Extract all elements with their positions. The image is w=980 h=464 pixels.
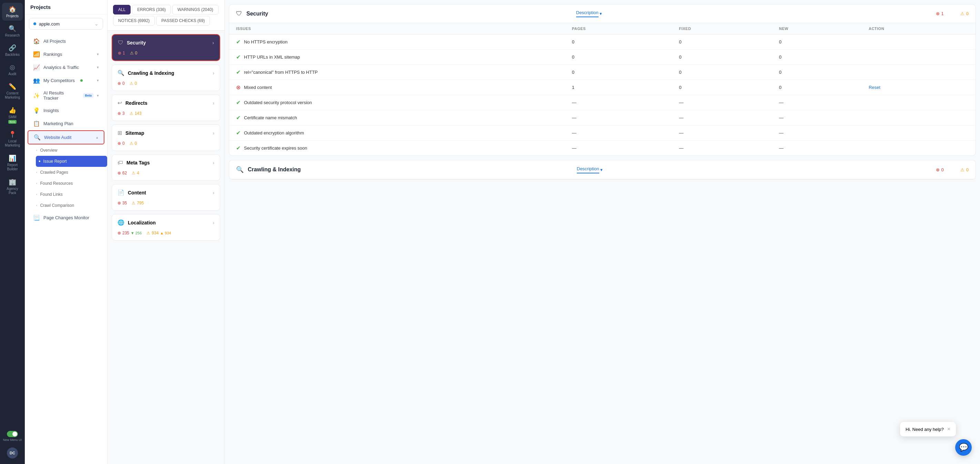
new-cell: 0: [772, 35, 862, 49]
localization-warnings-count: 934: [152, 231, 159, 236]
sidebar-item-ai-results[interactable]: ✨ AI Results Tracker Beta ▾: [27, 87, 104, 104]
nav-item-research[interactable]: 🔍 Research: [2, 22, 23, 40]
sitemap-error-icon: ⊗: [118, 141, 121, 146]
action-cell: [862, 35, 975, 49]
issue-label: Mixed content: [244, 85, 272, 90]
table-header: ISSUES PAGES FIXED NEW ACTION: [229, 23, 975, 35]
sidebar-item-analytics-traffic[interactable]: 📈 Analytics & Traffic ▾: [27, 61, 104, 74]
issue-label: Certificate name mismatch: [244, 115, 297, 120]
chat-close-btn[interactable]: ×: [947, 426, 950, 432]
sidebar-item-all-projects[interactable]: 🏠 All Projects: [27, 35, 104, 48]
crawling-icon: 🔍: [118, 70, 124, 76]
toggle-switch[interactable]: [7, 431, 18, 437]
tab-warnings[interactable]: WARNINGS (2040): [172, 5, 218, 14]
new-menu-toggle[interactable]: New Menu UI: [3, 431, 22, 442]
security-warnings-badge: ⚠ 0: [960, 11, 969, 16]
meta-tags-warnings-count: 4: [137, 171, 139, 175]
tab-passed[interactable]: PASSED CHECKS (69): [156, 16, 210, 26]
table-row: ⊗ Mixed content 1 0 0 Reset: [229, 80, 975, 95]
category-card-security[interactable]: 🛡 Security › ⊗ 1 ⚠ 0: [111, 34, 220, 61]
analytics-arrow: ▾: [97, 65, 99, 70]
sidebar-item-page-changes[interactable]: 📃 Page Changes Monitor: [27, 211, 104, 224]
meta-tags-header[interactable]: 🏷 Meta Tags ›: [112, 155, 220, 171]
security-error-circle: ⊗: [936, 11, 940, 16]
crawling-error-icon: ⊗: [118, 81, 121, 86]
project-selector[interactable]: apple.com ⌄: [29, 18, 103, 30]
nav-item-agency-pack[interactable]: 🏢 Agency Pack: [2, 175, 23, 198]
crawling-description-btn[interactable]: Description ▾: [577, 166, 603, 174]
crawling-error-stat: ⊗ 0: [118, 81, 125, 86]
new-cell: —: [772, 95, 862, 110]
fixed-cell: —: [672, 141, 772, 156]
nav-item-audit[interactable]: ◎ Audit: [2, 61, 23, 78]
security-issue-section: 🛡 Security Description ▾ ⊗ 1 ⚠ 0: [229, 4, 976, 156]
sidebar-sub-issue-report[interactable]: • Issue Report: [36, 156, 107, 167]
category-card-redirects[interactable]: ↩ Redirects › ⊗ 3 ⚠ 143: [111, 94, 220, 121]
security-shield-icon: 🛡: [118, 40, 123, 46]
category-card-sitemap[interactable]: ⊞ Sitemap › ⊗ 0 ⚠ 0: [111, 124, 220, 151]
sidebar-item-website-audit[interactable]: 🔍 Website Audit ▴: [27, 130, 104, 144]
issue-name-cell: ⊗ Mixed content: [229, 80, 565, 95]
content-area: ALL ERRORS (336) WARNINGS (2040) NOTICES…: [108, 0, 980, 464]
error-icon: ⊗: [236, 84, 240, 91]
overview-label: Overview: [40, 148, 57, 153]
nav-item-report-builder[interactable]: 📊 Report Builder: [2, 151, 23, 174]
localization-header[interactable]: 🌐 Localization ›: [112, 214, 220, 231]
user-avatar[interactable]: DC: [7, 448, 18, 459]
sidebar-sub-found-links[interactable]: · Found Links: [36, 189, 107, 200]
category-card-meta-tags[interactable]: 🏷 Meta Tags › ⊗ 62 ⚠ 4: [111, 155, 220, 181]
tab-all[interactable]: ALL: [113, 5, 130, 14]
category-card-localization[interactable]: 🌐 Localization › ⊗ 235 ▼ 256 ⚠ 934 ▲ 934: [111, 214, 220, 241]
tab-notices[interactable]: NOTICES (6992): [113, 16, 155, 26]
nav-item-backlinks[interactable]: 🔗 Backlinks: [2, 41, 23, 59]
sidebar-sub-crawled-pages[interactable]: · Crawled Pages: [36, 167, 107, 178]
nav-item-content-marketing[interactable]: ✏️ Content Marketing: [2, 80, 23, 102]
sidebar-item-my-competitors[interactable]: 👥 My Competitors ▾: [27, 74, 104, 87]
pages-cell: —: [565, 126, 672, 141]
localization-warn-icon: ⚠: [146, 231, 150, 236]
issue-report-bullet: •: [38, 158, 41, 164]
issue-report-label: Issue Report: [43, 159, 67, 164]
nav-item-local-marketing[interactable]: 📍 Local Marketing: [2, 128, 23, 150]
nav-item-smm[interactable]: 👍 SMM Beta: [2, 104, 23, 126]
sidebar-sub-found-resources[interactable]: · Found Resources: [36, 178, 107, 189]
action-cell: [862, 65, 975, 80]
nav-label-backlinks: Backlinks: [5, 53, 20, 57]
table-row: ✔ Outdated encryption algorithm — — —: [229, 126, 975, 141]
nav-item-projects[interactable]: 🏠 Projects: [2, 3, 23, 21]
meta-tags-error-stat: ⊗ 62: [118, 171, 127, 175]
sidebar-item-insights[interactable]: 💡 Insights: [27, 104, 104, 117]
competitors-icon: 👥: [33, 77, 40, 84]
sidebar-item-rankings[interactable]: 📶 Rankings ▾: [27, 48, 104, 61]
local-marketing-icon: 📍: [9, 131, 16, 138]
category-card-content[interactable]: 📄 Content › ⊗ 35 ⚠ 795: [111, 184, 220, 210]
sidebar-sub-crawl-comparison[interactable]: · Crawl Comparison: [36, 200, 107, 211]
tab-errors[interactable]: ERRORS (336): [132, 5, 171, 14]
sidebar-sub-overview[interactable]: · Overview: [36, 145, 107, 156]
found-resources-label: Found Resources: [40, 181, 73, 186]
security-errors-badge: ⊗ 1: [936, 11, 944, 16]
analytics-label: Analytics & Traffic: [43, 65, 79, 70]
nav-label-smm: SMM: [8, 115, 16, 119]
sitemap-header[interactable]: ⊞ Sitemap ›: [112, 125, 220, 141]
redirects-title: Redirects: [126, 100, 209, 106]
chat-bubble[interactable]: 💬: [955, 439, 972, 456]
redirects-header[interactable]: ↩ Redirects ›: [112, 95, 220, 111]
security-description-btn[interactable]: Description ▾: [576, 10, 602, 17]
category-card-crawling[interactable]: 🔍 Crawling & Indexing › ⊗ 0 ⚠ 0: [111, 64, 220, 91]
website-audit-icon: 🔍: [34, 134, 41, 141]
reset-btn[interactable]: Reset: [869, 85, 880, 90]
table-row: ✔ HTTP URLs in XML sitemap 0 0 0: [229, 49, 975, 65]
action-cell: [862, 110, 975, 126]
security-header[interactable]: 🛡 Security ›: [112, 35, 220, 51]
action-cell: [862, 95, 975, 110]
security-warn-stat: ⚠ 0: [130, 51, 137, 56]
fixed-cell: 0: [672, 49, 772, 65]
crawling-section-title: Crawling & Indexing: [248, 166, 573, 173]
security-section-shield-icon: 🛡: [236, 10, 242, 17]
content-title: Content: [128, 190, 209, 196]
sidebar-item-marketing-plan[interactable]: 📋 Marketing Plan: [27, 117, 104, 130]
content-header[interactable]: 📄 Content ›: [112, 185, 220, 201]
crawling-header[interactable]: 🔍 Crawling & Indexing ›: [112, 65, 220, 81]
crawling-section-header: 🔍 Crawling & Indexing Description ▾ ⊗ 0 …: [229, 160, 975, 179]
